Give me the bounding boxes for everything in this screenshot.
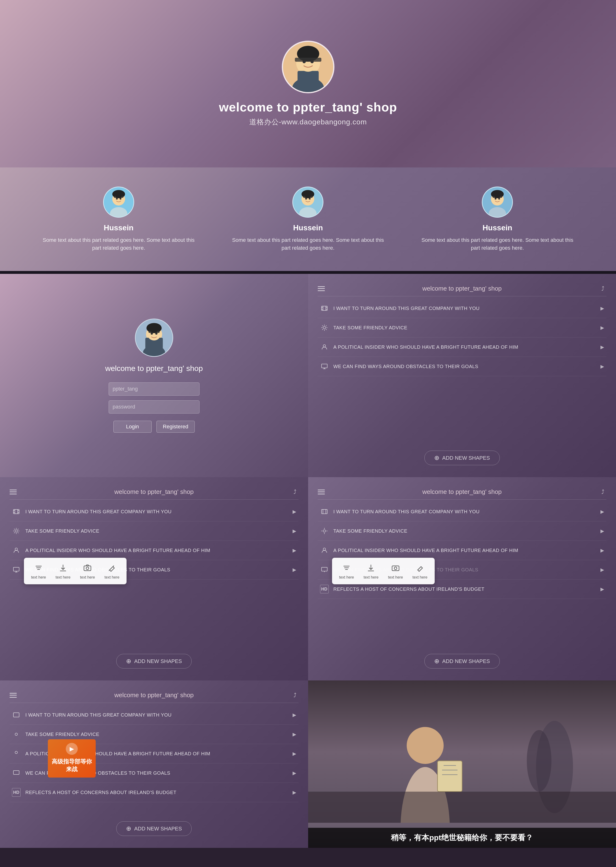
menu-item-2-0[interactable]: I WANT TO TURN AROUND THIS GREAT COMPANY… (9, 502, 299, 521)
menu-item-text-3: WE CAN FIND WAYS AROUND OBSTACLES TO THE… (333, 364, 596, 369)
svg-rect-35 (500, 196, 502, 198)
toolbar-item-r1[interactable]: text here (364, 562, 379, 580)
add-shapes-button-1[interactable]: ⊕ ADD NEW SHAPES (424, 451, 500, 465)
film-icon (320, 304, 329, 313)
menu-item-2-2[interactable]: A POLITICAL INSIDER WHO SHOULD HAVE A BR… (9, 541, 299, 560)
menu-item-2[interactable]: A POLITICAL INSIDER WHO SHOULD HAVE A BR… (318, 338, 607, 357)
menu-item-2-3[interactable]: WE CAN FIND WAYS AROUND OBSTACLES TO THE… (9, 560, 299, 580)
toolbar-label-r0: text here (339, 575, 354, 580)
add-shapes-button-3[interactable]: ⊕ ADD NEW SHAPES (424, 654, 500, 669)
person-icon (320, 343, 329, 351)
promo-play-icon[interactable]: ▶ (66, 743, 78, 755)
svg-rect-55 (322, 364, 327, 368)
menu-item-4-4[interactable]: HD REFLECTS A HOST OF CONCERNS ABOUT IRE… (9, 783, 299, 802)
settings-icon-2 (12, 527, 20, 535)
menu-item-3-1[interactable]: TAKE SOME FRIENDLY ADVICE ▶ (318, 521, 607, 541)
menu-item-text-2-2: A POLITICAL INSIDER WHO SHOULD HAVE A BR… (25, 548, 288, 553)
play-triangle-icon: ▶ (70, 746, 74, 752)
team-desc-3: Some text about this part related goes h… (418, 236, 577, 252)
menu-item-text-4-0: I WANT TO TURN AROUND THIS GREAT COMPANY… (25, 712, 288, 718)
edit-icon[interactable] (107, 562, 117, 573)
film-icon-2 (12, 507, 20, 516)
download-icon-r[interactable] (366, 562, 376, 573)
share-icon-3[interactable]: ⤴ (599, 488, 607, 496)
camera-icon[interactable] (82, 562, 93, 573)
menu-item-2-1[interactable]: TAKE SOME FRIENDLY ADVICE ▶ (9, 521, 299, 541)
hero-title: welcome to ppter_tang' shop (219, 100, 397, 114)
filter-icon[interactable] (33, 562, 44, 573)
settings-icon-3 (320, 527, 329, 535)
svg-rect-84 (322, 567, 327, 571)
register-button[interactable]: Registered (156, 421, 195, 433)
svg-point-92 (394, 567, 397, 570)
menu-arrow-0: ▶ (600, 305, 604, 311)
plus-circle-icon: ⊕ (434, 454, 440, 462)
download-icon[interactable] (58, 562, 68, 573)
menu-wrapper-3: I WANT TO TURN AROUND THIS GREAT COMPANY… (318, 502, 607, 647)
menu-item-4-2[interactable]: A POLITICAL INSIDER WHO SHOULD HAVE A BR… (9, 744, 299, 763)
password-input[interactable] (108, 401, 200, 413)
menu-item-4-0[interactable]: I WANT TO TURN AROUND THIS GREAT COMPANY… (9, 705, 299, 725)
toolbar-label-r3: text here (412, 575, 427, 580)
toolbar-item-3[interactable]: text here (105, 562, 119, 580)
menu-item-3[interactable]: WE CAN FIND WAYS AROUND OBSTACLES TO THE… (318, 357, 607, 376)
menu-item-3-2[interactable]: A POLITICAL INSIDER WHO SHOULD HAVE A BR… (318, 541, 607, 560)
toolbar-overlay-right: text here text here text here (332, 558, 435, 584)
team-card-3: Hussein Some text about this part relate… (418, 187, 577, 252)
toolbar-item-r0[interactable]: text here (339, 562, 354, 580)
share-icon-4[interactable]: ⤴ (291, 692, 299, 699)
panel-header-2: welcome to ppter_tang' shop ⤴ (9, 484, 299, 499)
menu-wrapper-2: I WANT TO TURN AROUND THIS GREAT COMPANY… (9, 502, 299, 647)
menu-item-1[interactable]: TAKE SOME FRIENDLY ADVICE ▶ (318, 318, 607, 338)
film-icon-4 (12, 711, 20, 719)
video-panel: 稍等，有本ppt绝世秘籍给你，要不要看？ (308, 680, 616, 848)
svg-rect-8 (295, 58, 321, 62)
hamburger-icon-4[interactable] (9, 693, 17, 698)
team-section: Hussein Some text about this part relate… (0, 167, 616, 271)
menu-item-3-3[interactable]: WE CAN FIND WAYS AROUND OBSTACLES TO THE… (318, 560, 607, 580)
panel-header-4: welcome to ppter_tang' shop ⤴ (9, 688, 299, 703)
svg-point-101 (407, 727, 444, 764)
toolbar-item-r2[interactable]: text here (388, 562, 403, 580)
username-input[interactable] (108, 382, 200, 396)
hamburger-icon-2[interactable] (9, 490, 17, 494)
toolbar-item-0[interactable]: text here (31, 562, 46, 580)
edit-icon-r[interactable] (415, 562, 425, 573)
add-shapes-button-4[interactable]: ⊕ ADD NEW SHAPES (116, 821, 192, 836)
person-icon-4 (12, 749, 20, 758)
video-caption: 稍等，有本ppt绝世秘籍给你，要不要看？ (391, 833, 533, 842)
panel-title-3: welcome to ppter_tang' shop (325, 488, 599, 496)
team-avatar-3 (482, 187, 513, 218)
svg-rect-3 (297, 71, 318, 84)
team-card-2: Hussein Some text about this part relate… (228, 187, 388, 252)
team-name-2: Hussein (293, 223, 323, 232)
toolbar-item-r3[interactable]: text here (412, 562, 427, 580)
toolbar-label-2: text here (80, 575, 95, 580)
toolbar-item-2[interactable]: text here (80, 562, 95, 580)
panel-title-4: welcome to ppter_tang' shop (17, 691, 291, 699)
toolbar-label-0: text here (31, 575, 46, 580)
promo-badge[interactable]: ▶ 高级指导部等你来战 (48, 739, 96, 777)
add-shapes-label-2: ADD NEW SHAPES (134, 658, 182, 664)
toolbar-label-r2: text here (388, 575, 403, 580)
svg-point-53 (323, 327, 325, 329)
filter-icon-r[interactable] (341, 562, 352, 573)
svg-rect-16 (114, 196, 116, 198)
team-name-1: Hussein (104, 223, 134, 232)
toolbar-item-1[interactable]: text here (55, 562, 70, 580)
hd-icon: HD (320, 585, 329, 594)
monitor-icon (320, 362, 329, 371)
share-icon[interactable]: ⤴ (599, 285, 607, 292)
menu-item-0[interactable]: I WANT TO TURN AROUND THIS GREAT COMPANY… (318, 299, 607, 318)
add-shapes-button-2[interactable]: ⊕ ADD NEW SHAPES (116, 654, 192, 669)
hamburger-icon[interactable] (318, 286, 325, 291)
menu-item-3-0[interactable]: I WANT TO TURN AROUND THIS GREAT COMPANY… (318, 502, 607, 521)
share-icon-2[interactable]: ⤴ (291, 488, 299, 496)
login-button[interactable]: Login (113, 421, 152, 433)
camera-icon-r[interactable] (390, 562, 401, 573)
film-icon-3 (320, 507, 329, 516)
svg-point-32 (495, 198, 497, 200)
hero-avatar (282, 41, 335, 93)
team-avatar-1 (103, 187, 134, 218)
hamburger-icon-3[interactable] (318, 490, 325, 494)
